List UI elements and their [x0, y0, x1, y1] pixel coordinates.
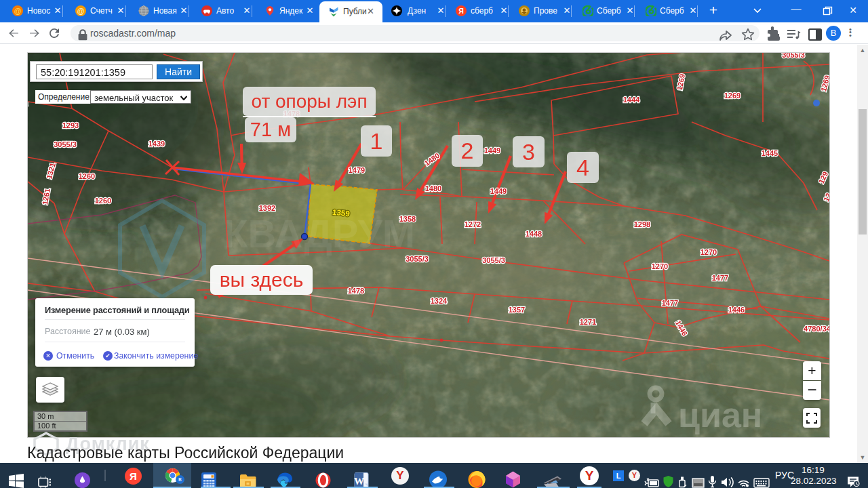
svg-text:1446: 1446	[728, 306, 745, 314]
svg-text:1392: 1392	[259, 204, 275, 212]
svg-text:1449: 1449	[484, 146, 500, 155]
svg-text:1445: 1445	[762, 149, 778, 157]
svg-text:1270: 1270	[652, 262, 668, 270]
svg-text:@: @	[14, 7, 22, 15]
svg-text:1477: 1477	[662, 299, 678, 307]
svg-text:1272: 1272	[465, 220, 481, 228]
svg-text:3055/3: 3055/3	[482, 256, 505, 264]
svg-text:1357: 1357	[509, 306, 525, 314]
svg-text:3055/3: 3055/3	[782, 53, 805, 59]
svg-text:1260: 1260	[95, 197, 111, 205]
svg-text:3055/3: 3055/3	[406, 255, 429, 263]
svg-text:КВАДРУМ: КВАДРУМ	[224, 211, 415, 256]
svg-text:1270: 1270	[701, 248, 717, 256]
svg-text:1260: 1260	[79, 172, 95, 180]
svg-text:3055/3: 3055/3	[54, 140, 77, 148]
svg-text:1480: 1480	[425, 184, 441, 192]
svg-text:1477: 1477	[712, 274, 728, 282]
svg-text:1324: 1324	[431, 297, 448, 305]
svg-text:@: @	[77, 7, 85, 15]
svg-text:1448: 1448	[526, 230, 542, 238]
svg-text:4780/34: 4780/34	[804, 325, 829, 333]
svg-text:Я: Я	[458, 7, 464, 15]
svg-text:1478: 1478	[348, 287, 364, 295]
svg-text:1449: 1449	[490, 187, 507, 195]
svg-text:1269: 1269	[724, 92, 741, 100]
svg-text:1479: 1479	[349, 166, 365, 174]
svg-text:1439: 1439	[149, 140, 165, 148]
svg-text:1293: 1293	[62, 121, 79, 129]
svg-text:1298: 1298	[634, 220, 650, 228]
svg-text:1358: 1358	[399, 215, 416, 223]
svg-text:циан: циан	[678, 395, 762, 434]
svg-text:1271: 1271	[580, 318, 596, 326]
svg-text:1444: 1444	[623, 96, 640, 104]
